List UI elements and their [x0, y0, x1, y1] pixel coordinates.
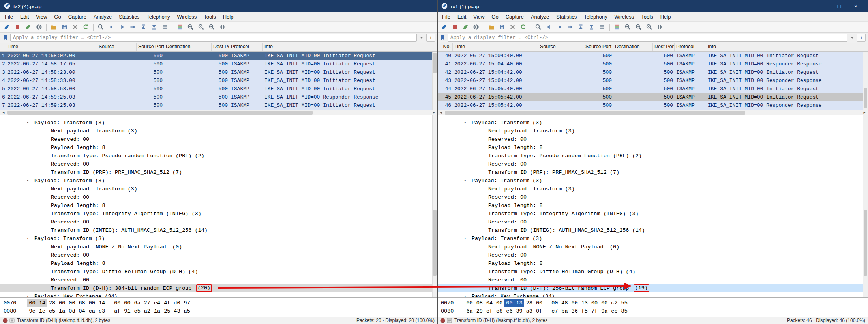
detail-line[interactable]: Next payload: NONE / No Next Payload (0) [438, 243, 868, 251]
hex-byte[interactable]: 00 [87, 299, 97, 307]
reload-file-icon[interactable] [81, 22, 91, 32]
menu-capture[interactable]: Capture [65, 14, 90, 20]
packet-row[interactable]: 52022-06-27 14:58:53.00500500ISAKMPIKE_S… [0, 85, 437, 93]
column-header-info[interactable]: Info [263, 43, 437, 51]
column-header-dest-port[interactable]: Dest Port [212, 43, 229, 51]
hex-row[interactable]: 00809e1ec51a0d04cae3af91c5a21a2543a5 [2, 307, 437, 315]
chevron-down-icon[interactable] [419, 35, 424, 41]
detail-line[interactable]: Reserved: 00 [438, 218, 868, 226]
zoom-reset-icon[interactable] [644, 22, 654, 32]
hex-byte[interactable]: 14 [97, 299, 107, 307]
expander-icon[interactable]: ▾ [26, 235, 34, 243]
packet-row[interactable]: 462022-06-27 15:05:42.00500500ISAKMPIKE_… [438, 101, 868, 110]
detail-line[interactable]: Reserved: 00 [438, 160, 868, 168]
capture-file-comment-icon[interactable] [447, 318, 452, 323]
detail-line[interactable]: Transform Type: Integrity Algorithm (INT… [438, 210, 868, 218]
hex-byte[interactable]: 04 [77, 307, 87, 315]
zoom-reset-icon[interactable] [207, 22, 217, 32]
hex-byte[interactable]: 00 [57, 299, 67, 307]
column-header-destination[interactable]: Destination [613, 43, 653, 51]
hex-byte[interactable]: 27 [142, 299, 152, 307]
hex-byte[interactable]: 36 [570, 307, 579, 315]
detail-line[interactable]: Next payload: Transform (3) [438, 185, 868, 193]
hex-byte[interactable]: c5 [47, 307, 57, 315]
hex-row[interactable]: 00806a29cfc8e639a30fc7ba36f57f9aec85 [439, 307, 868, 315]
packet-row[interactable]: 62022-06-27 14:59:25.03500500ISAKMPIKE_S… [0, 93, 437, 101]
hex-byte[interactable]: 55 [619, 299, 629, 307]
colorize-icon[interactable] [175, 22, 185, 32]
go-forward-icon[interactable] [117, 22, 127, 32]
hex-row[interactable]: 0070001428000068001400006a27e44fd097 [2, 299, 437, 307]
expander-icon[interactable]: ▾ [464, 119, 472, 127]
detail-line[interactable]: Payload length: 8 [0, 259, 437, 268]
detail-line[interactable]: Next payload: NONE / No Next Payload (0) [0, 243, 437, 251]
detail-line[interactable]: Reserved: 00 [0, 193, 437, 201]
filter-bookmark-icon[interactable] [440, 35, 446, 41]
hex-byte[interactable]: 6a [465, 307, 474, 315]
detail-line[interactable]: Reserved: 00 [438, 251, 868, 259]
menu-file[interactable]: File [439, 14, 454, 20]
packet-row[interactable]: 72022-06-27 14:59:25.03500500ISAKMPIKE_S… [0, 101, 437, 110]
column-header-time[interactable]: Time [6, 43, 97, 51]
hex-row[interactable]: 00700008040000132800004800130000c255 [439, 299, 868, 307]
hex-byte[interactable]: 91 [122, 307, 132, 315]
hex-byte[interactable]: 00 [504, 299, 514, 307]
capture-stop-icon[interactable] [13, 22, 22, 32]
packet-row[interactable]: 402022-06-27 15:04:40.00500500ISAKMPIKE_… [438, 52, 868, 60]
expert-info-icon[interactable] [440, 318, 445, 323]
column-header-source[interactable]: Source [97, 43, 137, 51]
menu-statistics[interactable]: Statistics [115, 14, 143, 20]
go-first-icon[interactable] [139, 22, 148, 32]
hex-byte[interactable]: 48 [560, 299, 570, 307]
expander-icon[interactable]: ▾ [464, 292, 472, 297]
packet-row[interactable]: 32022-06-27 14:58:23.00500500ISAKMPIKE_S… [0, 68, 437, 76]
hex-byte[interactable]: a2 [142, 307, 152, 315]
open-file-icon[interactable] [49, 22, 59, 32]
hex-byte[interactable]: 00 [495, 299, 504, 307]
packet-row[interactable]: 452022-06-27 15:05:42.00500500ISAKMPIKE_… [438, 93, 868, 101]
capture-start-icon[interactable] [439, 22, 449, 32]
display-filter-input[interactable] [448, 34, 847, 42]
hex-byte[interactable]: 97 [182, 299, 192, 307]
column-header-source[interactable]: Source [538, 43, 576, 51]
scroll-right-icon[interactable]: ► [431, 110, 437, 115]
packet-row[interactable]: 12022-06-27 14:58:02.00500500ISAKMPIKE_S… [0, 52, 437, 60]
find-packet-icon[interactable] [96, 22, 106, 32]
close-button[interactable]: × [847, 0, 864, 12]
column-header-destination[interactable]: Destination [164, 43, 212, 51]
packet-list-hscrollbar[interactable]: ◄ ► [0, 110, 437, 115]
minimize-button[interactable]: – [814, 0, 831, 12]
menu-edit[interactable]: Edit [17, 14, 32, 20]
detail-line[interactable]: Transform ID (D-H): 256-bit random ECP g… [438, 284, 868, 292]
detail-line[interactable]: Transform Type: Diffie-Hellman Group (D-… [0, 268, 437, 276]
detail-line[interactable]: Transform ID (INTEG): AUTH_HMAC_SHA2_512… [438, 226, 868, 235]
zoom-in-icon[interactable] [186, 22, 195, 32]
hex-byte[interactable]: 1a [57, 307, 67, 315]
go-first-icon[interactable] [576, 22, 586, 32]
menu-help[interactable]: Help [219, 14, 237, 20]
hex-byte[interactable]: 85 [619, 307, 629, 315]
capture-stop-icon[interactable] [450, 22, 460, 32]
hex-byte[interactable]: c5 [132, 307, 142, 315]
hex-byte[interactable]: 00 [465, 299, 474, 307]
hex-byte[interactable]: c2 [609, 299, 619, 307]
detail-line[interactable]: Payload length: 8 [438, 201, 868, 210]
detail-line[interactable]: Reserved: 00 [438, 193, 868, 201]
detail-line[interactable]: Reserved: 00 [0, 276, 437, 284]
hex-byte[interactable]: 28 [524, 299, 534, 307]
column-header-source-port[interactable]: Source Port [576, 43, 613, 51]
menu-tools[interactable]: Tools [200, 14, 219, 20]
hex-byte[interactable]: 13 [579, 299, 589, 307]
resize-columns-icon[interactable] [655, 22, 665, 32]
colorize-icon[interactable] [612, 22, 622, 32]
go-last-icon[interactable] [587, 22, 596, 32]
hex-byte[interactable]: 6a [132, 299, 142, 307]
scrollbar-thumb[interactable] [7, 111, 313, 115]
packet-row[interactable]: 412022-06-27 15:04:40.00500500ISAKMPIKE_… [438, 60, 868, 68]
save-file-icon[interactable] [60, 22, 69, 32]
detail-line[interactable]: Transform Type: Pseudo-random Function (… [438, 152, 868, 160]
menu-view[interactable]: View [470, 14, 488, 20]
hex-byte[interactable]: 1e [37, 307, 47, 315]
hex-byte[interactable]: 13 [514, 299, 524, 307]
scrollbar-thumb[interactable] [433, 210, 437, 276]
